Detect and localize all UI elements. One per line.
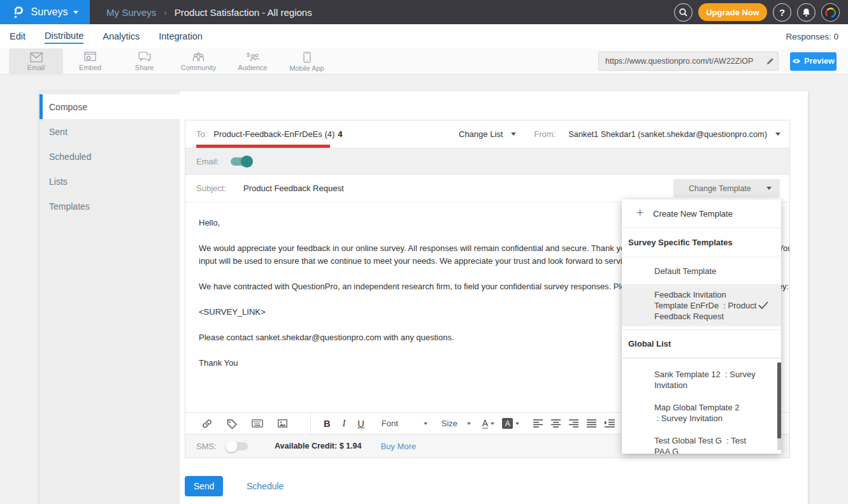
channel-label: Audience <box>238 64 268 71</box>
indent-icon[interactable] <box>605 419 615 428</box>
menu-item-label: Feedback Invitation Template EnFrDe : Pr… <box>654 289 759 322</box>
search-button[interactable] <box>674 3 693 22</box>
tab-edit[interactable]: Edit <box>10 29 25 43</box>
sidebar-item-scheduled[interactable]: Scheduled <box>40 144 180 169</box>
change-template-menu: + Create New Template Survey Specific Te… <box>622 199 781 454</box>
bold-button[interactable]: B <box>324 419 330 429</box>
underline-button[interactable]: U <box>357 419 364 429</box>
toggle-knob <box>241 155 253 168</box>
account-avatar[interactable] <box>821 3 840 22</box>
link-icon[interactable] <box>202 419 212 429</box>
edit-url-button[interactable] <box>761 52 778 70</box>
change-list-dropdown[interactable]: Change List <box>459 120 516 148</box>
product-switcher[interactable]: Surveys <box>0 0 90 24</box>
to-underline <box>196 145 330 148</box>
channel-audience[interactable]: $ Audience <box>226 48 280 75</box>
channel-mobile-app[interactable]: Mobile App <box>280 48 334 75</box>
chevron-down-icon <box>766 187 772 190</box>
product-name: Surveys <box>31 6 68 18</box>
email-label: Email: <box>196 157 219 166</box>
to-label: To: <box>196 129 207 139</box>
highlight-color-button[interactable]: A <box>502 418 513 429</box>
sidebar-item-lists[interactable]: Lists <box>40 169 180 194</box>
align-left-icon[interactable] <box>533 419 543 428</box>
image-icon[interactable] <box>278 419 287 428</box>
menu-item-feedback-invitation[interactable]: Feedback Invitation Template EnFrDe : Pr… <box>622 284 781 326</box>
survey-url-box <box>598 52 779 71</box>
tab-analytics[interactable]: Analytics <box>103 29 140 43</box>
page-title: Product Satisfaction - All regions <box>175 7 312 18</box>
sidebar-item-sent[interactable]: Sent <box>40 119 180 144</box>
font-select[interactable]: Font <box>382 419 428 428</box>
tag-icon[interactable] <box>227 419 237 429</box>
chevron-down-icon <box>515 422 519 425</box>
text-color-button[interactable]: A <box>482 419 488 429</box>
menu-section-survey-specific: Survey Specific Templates <box>622 228 781 257</box>
menu-item-test-global[interactable]: Test Global Test G : Test PAA G <box>622 435 781 454</box>
align-right-icon[interactable] <box>569 419 579 428</box>
toolbar-insert-group <box>185 413 310 434</box>
align-justify-icon[interactable] <box>587 419 596 428</box>
breadcrumb: My Surveys › Product Satisfaction - All … <box>106 7 312 18</box>
italic-button[interactable]: I <box>342 418 345 429</box>
to-list-name[interactable]: Product-Feedback-EnFrDeEs (4) <box>213 129 334 139</box>
sidebar-item-compose[interactable]: Compose <box>40 94 180 119</box>
send-button[interactable]: Send <box>185 476 223 496</box>
share-icon <box>138 52 151 62</box>
sms-label: SMS: <box>196 442 227 451</box>
pencil-icon <box>766 57 774 66</box>
menu-scrollbar-thumb[interactable] <box>777 363 781 438</box>
responses-count[interactable]: Responses: 0 <box>786 32 838 41</box>
upgrade-now-button[interactable]: Upgrade Now <box>698 3 767 21</box>
create-new-template-item[interactable]: + Create New Template <box>622 199 781 228</box>
help-button[interactable]: ? <box>773 3 791 22</box>
channel-label: Embed <box>79 64 101 71</box>
to-row: To: Product-Feedback-EnFrDeEs (4) 4 Chan… <box>185 120 789 148</box>
breadcrumb-my-surveys[interactable]: My Surveys <box>106 7 156 18</box>
change-template-button[interactable]: Change Template <box>673 179 780 198</box>
email-sidebar: Compose Sent Scheduled Lists Templates <box>40 91 180 504</box>
chevron-down-icon <box>467 422 471 425</box>
distribute-channel-bar: Email Embed Share Community $ Audience M… <box>0 48 848 75</box>
size-select[interactable]: Size <box>442 419 471 428</box>
sidebar-item-templates[interactable]: Templates <box>40 194 180 219</box>
font-select-label: Font <box>382 419 398 428</box>
email-icon <box>30 52 43 62</box>
channel-label: Share <box>135 64 154 71</box>
chevron-down-icon <box>491 422 494 425</box>
questionpro-logo-icon <box>11 5 25 19</box>
channel-email[interactable]: Email <box>9 48 63 75</box>
channel-community[interactable]: Community <box>171 48 226 75</box>
channel-label: Community <box>181 64 217 71</box>
check-icon <box>758 301 768 309</box>
chevron-down-icon <box>511 133 516 136</box>
survey-url-input[interactable] <box>599 57 761 66</box>
survey-tab-bar: Edit Distribute Analytics Integration Re… <box>0 24 848 48</box>
from-value: Sanket1 Shekdar1 (sanket.shekdar@questio… <box>568 129 767 139</box>
channel-share[interactable]: Share <box>117 48 171 75</box>
page-background: Compose Sent Scheduled Lists Templates T… <box>0 75 848 504</box>
buy-more-link[interactable]: Buy More <box>380 442 416 451</box>
email-toggle-row: Email: <box>185 148 789 175</box>
from-dropdown[interactable]: From: Sanket1 Shekdar1 (sanket.shekdar@q… <box>534 120 780 148</box>
alignment-group <box>533 419 615 428</box>
subject-value[interactable]: Product Feedback Request <box>243 184 344 193</box>
notifications-button[interactable] <box>797 3 816 22</box>
preview-button[interactable]: Preview <box>790 52 837 71</box>
subject-row: Subject: Product Feedback Request Change… <box>185 175 789 203</box>
menu-item-sank-template[interactable]: Sank Template 12 : Survey Invitation <box>622 369 781 391</box>
tab-integration[interactable]: Integration <box>159 29 203 43</box>
menu-item-default-template[interactable]: Default Template <box>622 257 781 284</box>
keyboard-icon[interactable] <box>252 419 263 428</box>
menu-item-map-global-template[interactable]: Map Global Template 2 : Survey Invitatio… <box>622 402 781 424</box>
schedule-link[interactable]: Schedule <box>247 481 284 491</box>
channel-label: Email <box>27 64 45 71</box>
email-toggle[interactable] <box>231 157 252 166</box>
chevron-down-icon <box>775 133 780 136</box>
compose-actions: Send Schedule <box>185 476 808 496</box>
channel-embed[interactable]: Embed <box>63 48 117 75</box>
audience-icon: $ <box>246 52 260 62</box>
tab-distribute[interactable]: Distribute <box>45 29 83 44</box>
sms-toggle[interactable] <box>227 442 248 450</box>
align-center-icon[interactable] <box>551 419 561 428</box>
